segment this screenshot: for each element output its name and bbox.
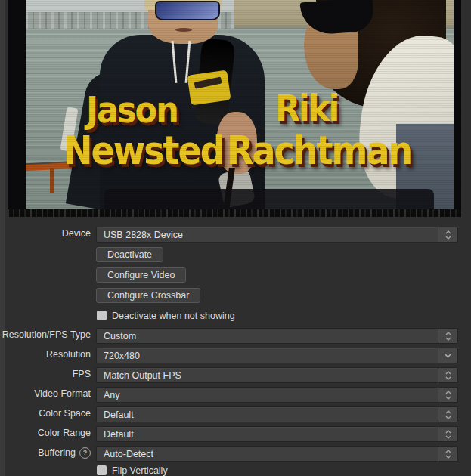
video-preview: Jason Newsted Riki Rachtman — [8, 0, 461, 217]
railing-post — [50, 168, 54, 193]
resolution-label: Resolution — [0, 347, 91, 363]
device-select[interactable]: USB 2828x Device — [96, 227, 458, 243]
video-format-value: Any — [97, 390, 438, 400]
chevron-down-icon[interactable] — [438, 348, 457, 363]
fps-select[interactable]: Match Output FPS — [96, 367, 458, 383]
device-value: USB 2828x Device — [97, 230, 438, 240]
spinner-up-down-icon[interactable] — [438, 388, 457, 402]
person-left-mouth — [175, 28, 192, 32]
buffering-select[interactable]: Auto-Detect — [96, 446, 458, 462]
person-left-sunglasses — [155, 1, 220, 20]
deactivate-when-not-showing-checkbox[interactable] — [97, 311, 107, 320]
configure-video-button[interactable]: Configure Video — [96, 267, 186, 283]
deactivate-button[interactable]: Deactivate — [96, 247, 163, 262]
video-format-label: Video Format — [0, 386, 91, 402]
spinner-up-down-icon[interactable] — [438, 427, 457, 441]
flip-vertically-label: Flip Vertically — [112, 465, 168, 476]
caption-first-name-right: Riki — [275, 90, 338, 126]
caption-last-name-left: Newsted — [64, 131, 224, 170]
caption-last-name-right: Rachtman — [227, 131, 411, 170]
video-format-select[interactable]: Any — [96, 387, 458, 403]
device-label: Device — [0, 226, 91, 242]
caption-first-name-left: Jason — [86, 91, 178, 128]
color-range-label: Color Range — [0, 425, 91, 441]
spinner-up-down-icon[interactable] — [438, 447, 457, 461]
video-black-bar-left — [8, 0, 26, 217]
video-black-bar-right — [454, 0, 461, 217]
color-space-select[interactable]: Default — [96, 406, 458, 422]
spinner-up-down-icon[interactable] — [438, 407, 457, 422]
buffering-label: Buffering — [38, 445, 76, 461]
logo-mark — [194, 76, 222, 88]
spinner-up-down-icon[interactable] — [438, 368, 457, 382]
spinner-up-down-icon[interactable] — [438, 227, 457, 242]
fps-label: FPS — [0, 366, 91, 382]
color-space-label: Color Space — [0, 406, 91, 422]
spinner-up-down-icon[interactable] — [438, 329, 457, 343]
resolution-fps-type-label: Resolution/FPS Type — [0, 327, 91, 343]
microphone-flag-logo — [187, 70, 231, 106]
resolution-fps-type-select[interactable]: Custom — [96, 328, 458, 344]
resolution-fps-type-value: Custom — [97, 331, 438, 342]
deactivate-when-not-showing-label: Deactivate when not showing — [112, 311, 235, 321]
fps-value: Match Output FPS — [97, 370, 438, 381]
foreground-shadow — [104, 189, 434, 209]
question-circle-icon[interactable]: ? — [79, 447, 91, 459]
configure-crossbar-button[interactable]: Configure Crossbar — [96, 288, 200, 303]
color-range-select[interactable]: Default — [96, 426, 458, 442]
color-range-value: Default — [97, 429, 438, 440]
color-space-value: Default — [97, 410, 438, 420]
flip-vertically-checkbox[interactable] — [97, 465, 107, 475]
obs-properties-panel: { "preview": { "captions": { "left_line1… — [0, 0, 471, 476]
vhs-noise-bar — [8, 209, 461, 217]
buffering-label-group: Buffering ? — [0, 445, 91, 461]
resolution-combobox[interactable]: 720x480 — [96, 348, 458, 363]
resolution-value: 720x480 — [97, 351, 438, 361]
buffering-value: Auto-Detect — [97, 449, 438, 459]
